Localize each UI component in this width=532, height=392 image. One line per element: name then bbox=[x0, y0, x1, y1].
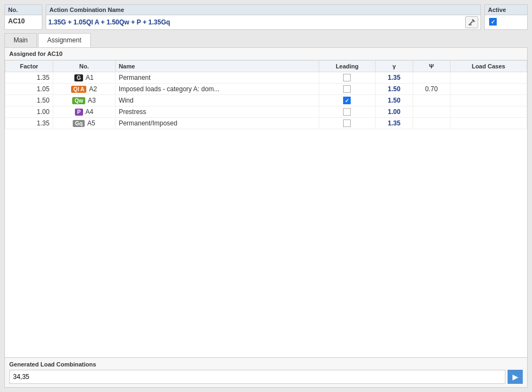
cell-factor: 1.50 bbox=[5, 95, 53, 106]
badge: G bbox=[74, 74, 83, 81]
cell-gamma: 1.35 bbox=[376, 72, 413, 84]
cell-name: Permanent bbox=[115, 72, 319, 84]
cell-name: Prestress bbox=[115, 106, 319, 118]
badge: QI A bbox=[71, 86, 86, 93]
cell-no: G A1 bbox=[53, 72, 115, 84]
cell-gamma: 1.50 bbox=[376, 95, 413, 106]
cell-no: Gq A5 bbox=[53, 118, 115, 129]
col-loadcases: Load Cases bbox=[450, 61, 527, 72]
assignment-table: Factor No. Name Leading γ Ψ Load Cases 1… bbox=[5, 60, 527, 129]
table-row: 1.00P A4Prestress1.00 bbox=[5, 106, 527, 118]
cell-psi bbox=[413, 95, 450, 106]
bottom-panel: Generated Load Combinations ▶ bbox=[5, 357, 527, 387]
generated-value-input[interactable] bbox=[9, 370, 505, 384]
name-box: Action Combination Name bbox=[46, 4, 481, 30]
tab-assignment[interactable]: Assignment bbox=[38, 33, 91, 47]
tab-main[interactable]: Main bbox=[4, 33, 37, 47]
name-input[interactable] bbox=[48, 18, 463, 26]
cell-leading[interactable] bbox=[319, 118, 375, 129]
arrow-button[interactable]: ▶ bbox=[508, 370, 523, 384]
header-row: No. AC10 Action Combination Name Active bbox=[4, 4, 528, 30]
table-row: 1.35Gq A5Permanent/Imposed1.35 bbox=[5, 118, 527, 129]
cell-no: P A4 bbox=[53, 106, 115, 118]
bottom-row: ▶ bbox=[9, 370, 523, 384]
cell-name: Imposed loads - category A: dom... bbox=[115, 84, 319, 95]
cell-psi bbox=[413, 72, 450, 84]
col-factor: Factor bbox=[5, 61, 53, 72]
cell-leading[interactable] bbox=[319, 106, 375, 118]
main-panel: Assigned for AC10 Factor No. Name Leadin… bbox=[4, 47, 528, 388]
cell-psi bbox=[413, 106, 450, 118]
badge: Qw bbox=[72, 97, 85, 104]
badge: P bbox=[75, 109, 83, 116]
leading-checkbox-empty[interactable] bbox=[343, 74, 351, 81]
edit-icon[interactable] bbox=[465, 16, 478, 28]
col-psi: Ψ bbox=[413, 61, 450, 72]
no-label: No. bbox=[5, 5, 42, 15]
cell-load-cases bbox=[450, 84, 527, 95]
leading-checkbox-empty[interactable] bbox=[343, 119, 351, 127]
cell-leading[interactable] bbox=[319, 84, 375, 95]
cell-load-cases bbox=[450, 118, 527, 129]
cell-factor: 1.00 bbox=[5, 106, 53, 118]
cell-gamma: 1.50 bbox=[376, 84, 413, 95]
cell-load-cases bbox=[450, 106, 527, 118]
cell-gamma: 1.35 bbox=[376, 118, 413, 129]
cell-name: Wind bbox=[115, 95, 319, 106]
generated-label: Generated Load Combinations bbox=[9, 361, 523, 368]
active-checkbox-container[interactable] bbox=[485, 15, 527, 28]
col-no: No. bbox=[53, 61, 115, 72]
cell-factor: 1.35 bbox=[5, 72, 53, 84]
cell-factor: 1.35 bbox=[5, 118, 53, 129]
leading-checkbox-checked[interactable] bbox=[343, 97, 351, 104]
col-name: Name bbox=[115, 61, 319, 72]
cell-leading[interactable] bbox=[319, 95, 375, 106]
name-label: Action Combination Name bbox=[46, 5, 480, 15]
cell-no: Qw A3 bbox=[53, 95, 115, 106]
svg-rect-2 bbox=[468, 24, 472, 26]
leading-checkbox-empty[interactable] bbox=[343, 85, 351, 93]
tabs-row: Main Assignment bbox=[4, 33, 528, 47]
cell-psi bbox=[413, 118, 450, 129]
active-box: Active bbox=[484, 4, 528, 30]
table-row: 1.05QI A A2Imposed loads - category A: d… bbox=[5, 84, 527, 95]
col-gamma: γ bbox=[376, 61, 413, 72]
cell-name: Permanent/Imposed bbox=[115, 118, 319, 129]
cell-leading[interactable] bbox=[319, 72, 375, 84]
table-row: 1.35G A1Permanent1.35 bbox=[5, 72, 527, 84]
col-leading: Leading bbox=[319, 61, 375, 72]
cell-psi: 0.70 bbox=[413, 84, 450, 95]
cell-gamma: 1.00 bbox=[376, 106, 413, 118]
active-label: Active bbox=[485, 5, 527, 15]
no-value: AC10 bbox=[5, 15, 42, 27]
active-checkbox[interactable] bbox=[489, 18, 497, 26]
no-box: No. AC10 bbox=[4, 4, 42, 30]
table-row: 1.50Qw A3Wind1.50 bbox=[5, 95, 527, 106]
badge: Gq bbox=[73, 120, 85, 127]
cell-factor: 1.05 bbox=[5, 84, 53, 95]
assigned-label: Assigned for AC10 bbox=[5, 48, 527, 60]
table-container: Factor No. Name Leading γ Ψ Load Cases 1… bbox=[5, 60, 527, 357]
cell-load-cases bbox=[450, 72, 527, 84]
leading-checkbox-empty[interactable] bbox=[343, 108, 351, 116]
cell-no: QI A A2 bbox=[53, 84, 115, 95]
cell-load-cases bbox=[450, 95, 527, 106]
